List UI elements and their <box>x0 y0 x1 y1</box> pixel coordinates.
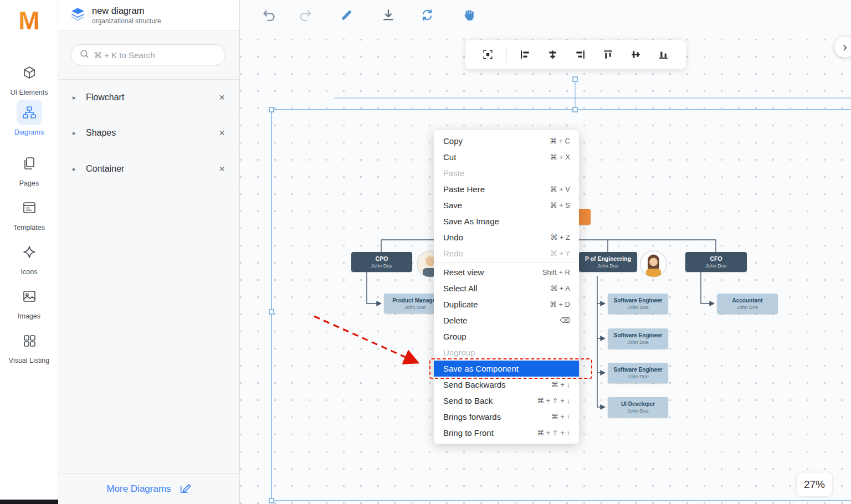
org-node-accountant[interactable]: Accountant John Doe <box>717 294 778 314</box>
sidebar-item-visual-listing[interactable]: Visual Listing <box>0 328 58 364</box>
menu-item-duplicate[interactable]: Duplicate ⌘ + D <box>434 296 579 312</box>
menu-item-cut[interactable]: Cut ⌘ + X <box>434 149 579 165</box>
cube-icon <box>17 60 42 85</box>
menu-item-send-to-back[interactable]: Send to Back ⌘ + ⇧ + ↓ <box>434 393 579 409</box>
compose-icon[interactable] <box>179 482 191 496</box>
layers-icon <box>70 7 85 24</box>
component-frame-icon[interactable] <box>479 45 498 64</box>
bottom-left-bar <box>0 500 58 504</box>
toolbar-divider <box>506 48 507 62</box>
section-container[interactable]: ▸ Container × <box>58 151 239 187</box>
align-vertical-middle-icon[interactable] <box>626 45 645 64</box>
sidebar-item-ui-elements[interactable]: UI Elements <box>0 60 58 96</box>
sync-icon <box>420 8 434 22</box>
sidebar-item-images[interactable]: Images <box>0 284 58 320</box>
close-icon[interactable]: × <box>219 127 225 139</box>
caret-right-icon[interactable]: ▸ <box>73 165 86 173</box>
org-node-cfo[interactable]: CFO John Doe <box>685 252 747 272</box>
menu-item-select-all[interactable]: Select All ⌘ + A <box>434 280 579 296</box>
context-menu: Copy ⌘ + C Cut ⌘ + X Paste Paste Here ⌘ … <box>434 130 579 444</box>
caret-right-icon[interactable]: ▸ <box>73 94 86 101</box>
image-icon <box>17 284 42 309</box>
align-top-icon[interactable] <box>598 45 617 64</box>
align-horizontal-center-icon[interactable] <box>544 45 562 64</box>
search-box[interactable] <box>71 44 225 65</box>
org-node-software-engineer-2[interactable]: Software Engineer John Doe <box>608 328 668 349</box>
more-diagrams-link[interactable]: More Diagrams <box>106 484 171 495</box>
diagrams-panel: new diagram organizational structure ▸ F… <box>58 0 240 504</box>
menu-item-paste: Paste <box>434 165 579 181</box>
backspace-icon: ⌫ <box>560 316 570 325</box>
align-toolbar <box>465 40 686 69</box>
org-node-ui-developer[interactable]: UI Developer John Doe <box>608 397 668 418</box>
menu-divider <box>434 263 579 263</box>
app-window: CPO John Doe P of Engineering John Doe C… <box>0 0 851 504</box>
section-shapes[interactable]: ▸ Shapes × <box>58 115 239 151</box>
menu-item-reset-view[interactable]: Reset view Shift + R <box>434 264 579 280</box>
nav-rail: M UI Elements Diagrams Pages Templates <box>0 0 58 504</box>
chevron-right-icon: › <box>843 39 847 55</box>
redo-icon <box>298 8 312 22</box>
menu-item-delete[interactable]: Delete ⌫ <box>434 312 579 328</box>
align-left-icon[interactable] <box>516 45 535 64</box>
draw-button[interactable] <box>335 4 357 26</box>
grid-icon <box>17 328 42 353</box>
section-flowchart[interactable]: ▸ Flowchart × <box>58 79 239 115</box>
pages-icon <box>17 151 42 176</box>
template-icon <box>17 195 42 220</box>
menu-item-save-as-image[interactable]: Save As Image <box>434 213 579 229</box>
org-node-cpo[interactable]: CPO John Doe <box>351 252 412 272</box>
align-bottom-icon[interactable] <box>654 45 673 64</box>
app-logo[interactable]: M <box>0 6 58 35</box>
org-node-software-engineer-3[interactable]: Software Engineer John Doe <box>608 363 668 383</box>
search-input[interactable] <box>94 50 217 60</box>
org-node-vp-engineering[interactable]: P of Engineering John Doe <box>579 252 637 272</box>
menu-item-save[interactable]: Save ⌘ + S <box>434 197 579 213</box>
sync-button[interactable] <box>416 4 438 26</box>
menu-item-ungroup: Ungroup <box>434 344 579 361</box>
expand-right-button[interactable]: › <box>834 37 851 58</box>
menu-item-brings-forwards[interactable]: Brings forwards ⌘ + ↑ <box>434 409 579 425</box>
panel-header: new diagram organizational structure <box>58 0 239 31</box>
avatar-vp-engineering[interactable] <box>639 250 668 280</box>
menu-item-bring-to-front[interactable]: Bring to Front ⌘ + ⇧ + ↑ <box>434 425 579 441</box>
sidebar-item-pages[interactable]: Pages <box>0 151 58 187</box>
diagram-icon <box>17 100 42 125</box>
sidebar-item-icons[interactable]: Icons <box>0 239 58 276</box>
menu-item-save-as-component[interactable]: Save as Component <box>434 361 579 377</box>
section-list: ▸ Flowchart × ▸ Shapes × ▸ Container × <box>58 79 239 187</box>
pan-button[interactable] <box>458 4 480 26</box>
panel-title: new diagram <box>92 6 161 16</box>
hand-icon <box>462 8 476 22</box>
close-icon[interactable]: × <box>219 91 225 104</box>
search-icon <box>79 49 89 61</box>
redo-button[interactable] <box>294 4 316 26</box>
sparkle-icon <box>17 239 42 265</box>
pencil-icon <box>339 8 353 22</box>
undo-icon <box>262 8 276 22</box>
close-icon[interactable]: × <box>219 163 225 175</box>
download-icon <box>381 8 396 22</box>
menu-item-copy[interactable]: Copy ⌘ + C <box>434 133 579 149</box>
panel-footer: More Diagrams <box>58 473 239 504</box>
menu-item-group[interactable]: Group <box>434 328 579 344</box>
org-node-software-engineer-1[interactable]: Software Engineer John Doe <box>608 294 668 314</box>
zoom-level-badge[interactable]: 27% <box>796 472 833 497</box>
panel-subtitle: organizational structure <box>92 17 161 25</box>
sidebar-item-diagrams[interactable]: Diagrams <box>0 100 58 136</box>
menu-item-undo[interactable]: Undo ⌘ + Z <box>434 229 579 245</box>
align-right-icon[interactable] <box>571 45 589 64</box>
menu-item-send-backwards[interactable]: Send Backwards ⌘ + ↓ <box>434 377 579 393</box>
download-button[interactable] <box>377 4 399 26</box>
menu-item-paste-here[interactable]: Paste Here ⌘ + V <box>434 181 579 197</box>
menu-item-redo: Redo ⌘ + Y <box>434 245 579 261</box>
sidebar-item-templates[interactable]: Templates <box>0 195 58 232</box>
caret-right-icon[interactable]: ▸ <box>73 129 86 137</box>
undo-button[interactable] <box>258 4 280 26</box>
